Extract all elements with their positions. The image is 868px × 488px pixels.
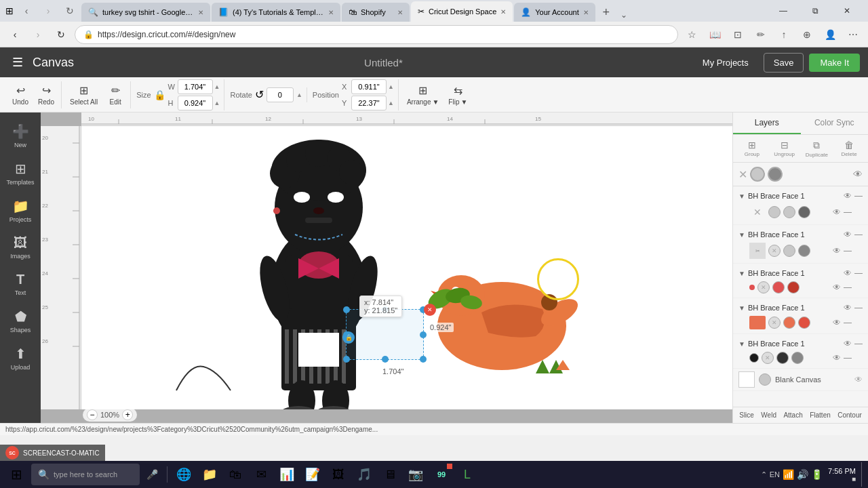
maximize-btn[interactable]: ⧉	[800, 0, 831, 22]
tab3-close[interactable]: ✕	[397, 9, 403, 16]
color-circle-gray[interactable]	[750, 167, 765, 182]
tab-tutorials[interactable]: 📘 (4) Ty's Tutorials & Templat... ✕	[212, 3, 340, 22]
w-stepper-up[interactable]: ▲	[214, 83, 220, 90]
sidebar-item-templates[interactable]: ⊞ Templates	[2, 155, 39, 191]
handle-br[interactable]	[420, 356, 427, 363]
layer-4-header[interactable]: ▼ BH Brace Face 1 👁 —	[738, 301, 863, 314]
screenshot-btn[interactable]: ✏	[751, 25, 770, 44]
layer-2-sub-menu[interactable]: —	[844, 246, 852, 256]
more-btn[interactable]: ⋯	[844, 25, 863, 44]
layer-3-color1[interactable]	[772, 281, 785, 293]
weld-btn[interactable]: Weld	[758, 410, 779, 420]
zoom-in-btn[interactable]: +	[122, 409, 133, 420]
tab4-close[interactable]: ✕	[500, 8, 506, 16]
close-btn[interactable]: ✕	[831, 0, 863, 22]
layer-1-color2[interactable]	[798, 206, 810, 218]
tray-wifi[interactable]: 📶	[783, 469, 794, 480]
show-desktop-btn[interactable]	[861, 462, 865, 487]
handle-bc[interactable]	[382, 356, 389, 363]
rotate-input[interactable]	[267, 87, 294, 102]
x-input[interactable]	[351, 79, 387, 94]
layer-5-menu[interactable]: —	[854, 339, 863, 348]
hamburger-menu[interactable]: ☰	[8, 53, 27, 72]
forward-btn[interactable]: ›	[39, 2, 57, 20]
layer-1-menu[interactable]: —	[854, 191, 863, 201]
layer-4-eye2[interactable]: 👁	[833, 318, 841, 327]
layer-3-menu[interactable]: —	[854, 268, 863, 278]
x-stepper[interactable]: ▲	[388, 83, 394, 90]
sidebar-item-upload[interactable]: ⬆ Upload	[2, 340, 39, 376]
taskbar-app-store[interactable]: 🛍	[223, 462, 248, 487]
extensions-btn[interactable]: ⊕	[797, 25, 816, 44]
taskbar-app-word[interactable]: 📝	[300, 462, 325, 487]
taskbar-mic[interactable]: 🎤	[141, 464, 163, 485]
contour-btn[interactable]: Contour	[835, 410, 865, 420]
taskbar-app-explorer[interactable]: 📁	[197, 462, 222, 487]
layer-2-color1[interactable]	[783, 245, 795, 257]
select-all-btn[interactable]: ⊞ Select All	[66, 81, 102, 108]
forward-nav-btn[interactable]: ›	[28, 25, 47, 44]
handle-bl[interactable]	[343, 356, 350, 363]
layer-2-header[interactable]: ▼ BH Brace Face 1 👁 —	[738, 228, 863, 241]
taskbar-search[interactable]: 🔍 type here to search	[31, 464, 140, 485]
bookmark-btn[interactable]: ☆	[682, 25, 701, 44]
sidebar-item-projects[interactable]: 📁 Projects	[2, 192, 39, 228]
arrange-btn[interactable]: ⊞ Arrange▼	[403, 81, 443, 108]
slice-btn[interactable]: Slice	[736, 410, 757, 420]
url-input[interactable]: 🔒 https://design.cricut.com/#/design/new	[75, 25, 678, 44]
reading-btn[interactable]: 📖	[705, 25, 724, 44]
tab1-close[interactable]: ✕	[198, 9, 203, 16]
layer-3-header[interactable]: ▼ BH Brace Face 1 👁 —	[738, 266, 863, 280]
taskbar-app-photos[interactable]: 🖼	[326, 462, 351, 487]
tab-overflow-btn[interactable]: ⌄	[617, 8, 631, 22]
refresh-btn[interactable]: ↻	[61, 2, 79, 20]
tray-arrow[interactable]: ⌃	[761, 470, 767, 479]
minimize-btn[interactable]: —	[768, 0, 799, 22]
handle-tl[interactable]	[343, 306, 350, 313]
tray-sound[interactable]: 🔊	[797, 469, 808, 480]
tab-color-sync[interactable]: Color Sync	[801, 113, 869, 134]
layer-5-color1[interactable]	[776, 352, 789, 364]
layer-1-header[interactable]: ▼ BH Brace Face 1 👁 —	[738, 189, 863, 203]
layer-3-eye[interactable]: 👁	[844, 268, 852, 278]
eye-icon-top[interactable]: 👁	[853, 169, 863, 180]
taskbar-app-camera[interactable]: 📷	[403, 462, 428, 487]
edit-btn[interactable]: ✏ Edit	[103, 81, 127, 108]
redo-btn[interactable]: ↪ Redo	[34, 81, 58, 108]
delete-panel-btn[interactable]: 🗑 Delete	[835, 138, 863, 159]
tab5-close[interactable]: ✕	[583, 9, 589, 16]
group-btn[interactable]: ⊞ Group	[738, 138, 766, 159]
color-circle-dark[interactable]	[768, 167, 783, 182]
make-it-btn[interactable]: Make It	[809, 54, 860, 72]
tab-turkey[interactable]: 🔍 turkey svg tshirt - Google S... ✕	[81, 3, 210, 22]
my-projects-btn[interactable]: My Projects	[693, 54, 758, 72]
layer-4-menu[interactable]: —	[854, 303, 863, 312]
y-stepper[interactable]: ▲	[388, 100, 394, 106]
blank-canvas-eye[interactable]: 👁	[854, 375, 863, 384]
canvas-area[interactable]: 10 11 12 13 14 15	[41, 113, 732, 423]
start-btn[interactable]: ⊞	[3, 462, 30, 487]
profile-btn[interactable]: 👤	[821, 25, 840, 44]
attach-btn[interactable]: Attach	[781, 410, 805, 420]
layer-4-color1[interactable]	[783, 317, 795, 329]
layer-5-color2[interactable]	[791, 352, 804, 364]
taskbar-clock[interactable]: 7:56 PM ■	[828, 467, 856, 483]
layer-5-header[interactable]: ▼ BH Brace Face 1 👁 —	[738, 337, 863, 350]
width-input[interactable]	[178, 79, 213, 94]
tray-battery[interactable]: 🔋	[811, 469, 823, 480]
canvas-content[interactable]: x: 7.814" y: 21.815" 1.704" 0.924" 🔒 ✕	[81, 126, 732, 409]
h-stepper-up[interactable]: ▲	[214, 100, 220, 106]
selection-close-btn[interactable]: ✕	[424, 304, 436, 316]
layer-3-sub-menu[interactable]: —	[844, 283, 852, 292]
back-btn[interactable]: ‹	[18, 2, 35, 20]
taskbar-app-99[interactable]: 99	[429, 462, 454, 487]
layer-1-sub-menu[interactable]: —	[844, 207, 852, 217]
layer-5-sub-menu[interactable]: —	[844, 353, 852, 363]
taskbar-app-monitor[interactable]: 🖥	[378, 462, 402, 487]
rotate-stepper[interactable]: ▲	[296, 92, 302, 98]
undo-btn[interactable]: ↩ Undo	[8, 81, 33, 108]
flip-btn[interactable]: ⇆ Flip▼	[444, 81, 471, 108]
height-input[interactable]	[178, 96, 213, 110]
tab-cricut[interactable]: ✂ Cricut Design Space ✕	[411, 1, 513, 22]
taskbar-app-browser1[interactable]: 🌐	[172, 462, 196, 487]
